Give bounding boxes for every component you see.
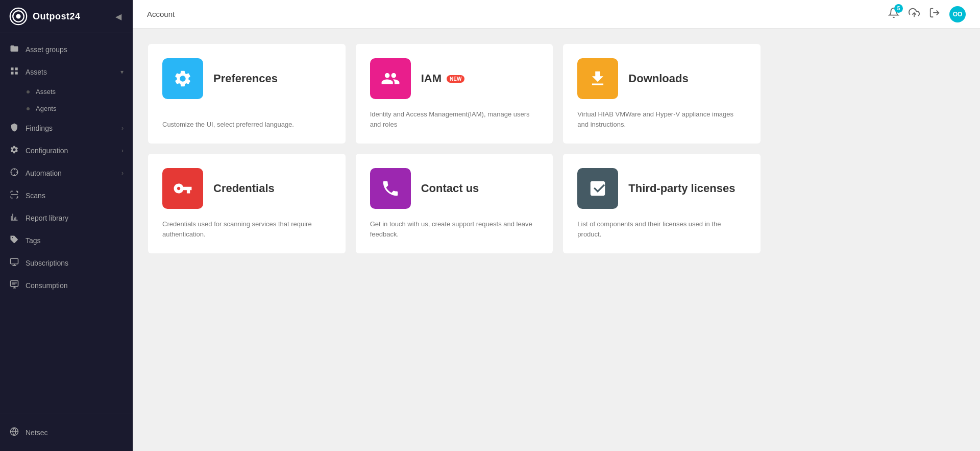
new-badge: NEW — [447, 75, 464, 83]
logo-icon — [9, 7, 28, 26]
card-description: List of components and their licenses us… — [577, 219, 746, 239]
card-description: Virtual HIAB VMWare and Hyper-V applianc… — [577, 109, 746, 129]
settings-icon — [9, 145, 19, 156]
card-description: Identity and Access Management(IAM), man… — [370, 109, 539, 129]
chevron-right-icon: › — [121, 147, 124, 154]
sidebar-collapse-button[interactable]: ◀ — [113, 10, 124, 23]
sidebar-item-agents[interactable]: Agents — [0, 100, 133, 117]
downloads-icon — [577, 58, 618, 99]
sidebar-item-asset-groups[interactable]: Asset groups — [0, 38, 133, 61]
sidebar-item-assets-sub[interactable]: Assets — [0, 83, 133, 100]
sidebar-item-label: Scans — [26, 192, 124, 200]
iam-icon — [370, 58, 411, 99]
sidebar-footer-label: Netsec — [26, 429, 114, 437]
third-party-icon — [577, 168, 618, 209]
sidebar-item-label: Report library — [26, 214, 124, 222]
sidebar-item-automation[interactable]: Automation › — [0, 162, 133, 184]
sidebar-item-label: Assets — [26, 68, 114, 76]
scan-icon — [9, 190, 19, 201]
card-header: Preferences — [162, 58, 331, 99]
preferences-card[interactable]: Preferences Customize the UI, select pre… — [148, 44, 346, 144]
topbar: Account 5 OO — [133, 0, 980, 29]
card-description: Customize the UI, select preferred langu… — [162, 120, 331, 130]
shield-icon — [9, 123, 19, 134]
sidebar-item-assets[interactable]: Assets ▾ — [0, 61, 133, 83]
bar-chart-icon — [9, 212, 19, 224]
card-description: Get in touch with us, create support req… — [370, 219, 539, 239]
credentials-card[interactable]: Credentials Credentials used for scannin… — [148, 154, 346, 253]
card-header: Downloads — [577, 58, 746, 99]
chevron-right-icon: › — [121, 170, 124, 177]
chevron-right-icon: › — [121, 125, 124, 132]
automation-icon — [9, 168, 19, 179]
svg-point-2 — [16, 14, 21, 19]
sidebar-item-findings[interactable]: Findings › — [0, 117, 133, 139]
sidebar-item-scans[interactable]: Scans — [0, 184, 133, 207]
grid-icon — [9, 66, 19, 78]
preferences-icon — [162, 58, 203, 99]
card-title-wrap: Preferences — [213, 72, 278, 85]
card-header: IAM NEW — [370, 58, 539, 99]
third-party-card[interactable]: Third-party licenses List of components … — [563, 154, 761, 253]
sidebar-item-configuration[interactable]: Configuration › — [0, 139, 133, 162]
topbar-actions: 5 OO — [888, 6, 966, 22]
logo[interactable]: Outpost24 — [9, 7, 81, 26]
card-title: IAM — [421, 72, 442, 85]
chevron-down-icon: ▾ — [120, 68, 124, 76]
globe-icon — [9, 427, 19, 438]
sidebar: Outpost24 ◀ Asset groups Assets ▾ Assets… — [0, 0, 133, 451]
card-title: Preferences — [213, 72, 278, 85]
card-title-wrap: IAM NEW — [421, 72, 465, 85]
downloads-card[interactable]: Downloads Virtual HIAB VMWare and Hyper-… — [563, 44, 761, 144]
notifications-button[interactable]: 5 — [888, 7, 899, 21]
sidebar-item-report-library[interactable]: Report library — [0, 207, 133, 229]
sidebar-item-label: Asset groups — [26, 45, 124, 54]
tag-icon — [9, 235, 19, 246]
sidebar-nav: Asset groups Assets ▾ Assets Agents Find… — [0, 33, 133, 414]
sidebar-footer: Netsec — [0, 414, 133, 451]
card-title-wrap: Third-party licenses — [628, 182, 735, 195]
sidebar-subitem-label: Agents — [36, 105, 56, 112]
logout-button[interactable] — [929, 7, 940, 21]
card-title: Third-party licenses — [628, 182, 735, 195]
contact-icon — [370, 168, 411, 209]
upload-button[interactable] — [909, 7, 920, 21]
sidebar-item-tags[interactable]: Tags — [0, 229, 133, 252]
card-header: Third-party licenses — [577, 168, 746, 209]
dot-icon — [27, 90, 30, 93]
sidebar-item-consumption[interactable]: Consumption — [0, 274, 133, 297]
iam-card[interactable]: IAM NEW Identity and Access Management(I… — [356, 44, 553, 144]
cards-grid: Preferences Customize the UI, select pre… — [148, 44, 761, 253]
monitor-icon — [9, 280, 19, 291]
content-area: Preferences Customize the UI, select pre… — [133, 29, 980, 451]
sidebar-item-subscriptions[interactable]: Subscriptions — [0, 252, 133, 274]
card-header: Contact us — [370, 168, 539, 209]
card-title: Credentials — [213, 182, 275, 195]
card-title-wrap: Contact us — [421, 182, 479, 195]
card-title: Contact us — [421, 182, 479, 195]
subscriptions-icon — [9, 257, 19, 269]
svg-rect-5 — [11, 258, 18, 264]
card-title: Downloads — [628, 72, 688, 85]
dot-icon — [27, 107, 30, 110]
credentials-icon — [162, 168, 203, 209]
sidebar-item-label: Subscriptions — [26, 259, 124, 267]
sidebar-item-label: Configuration — [26, 147, 115, 155]
card-header: Credentials — [162, 168, 331, 209]
main-area: Account 5 OO — [133, 0, 980, 451]
sidebar-item-label: Automation — [26, 169, 115, 177]
sidebar-subitem-label: Assets — [36, 88, 56, 96]
card-description: Credentials used for scanning services t… — [162, 219, 331, 239]
notification-badge: 5 — [894, 4, 903, 13]
svg-rect-6 — [11, 281, 18, 287]
folder-icon — [9, 44, 19, 55]
card-title-wrap: Downloads — [628, 72, 688, 85]
sidebar-item-label: Consumption — [26, 281, 124, 290]
sidebar-item-netsec[interactable]: Netsec — [9, 421, 124, 444]
sidebar-item-label: Tags — [26, 236, 124, 245]
contact-us-card[interactable]: Contact us Get in touch with us, create … — [356, 154, 553, 253]
sidebar-item-label: Findings — [26, 124, 115, 132]
user-avatar[interactable]: OO — [949, 6, 966, 22]
logo-text: Outpost24 — [33, 11, 81, 22]
sidebar-header: Outpost24 ◀ — [0, 0, 133, 33]
